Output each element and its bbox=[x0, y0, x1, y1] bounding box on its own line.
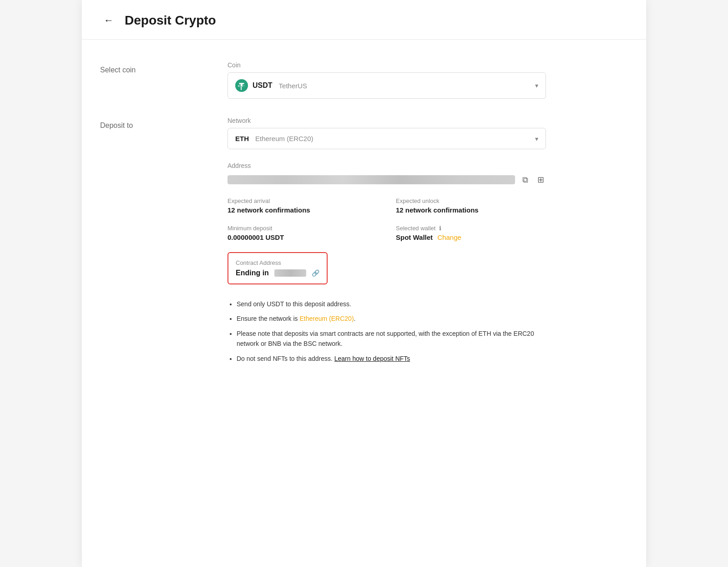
info-bullets: Send only USDT to this deposit address. … bbox=[228, 299, 546, 364]
copy-address-button[interactable]: ⧉ bbox=[521, 173, 530, 187]
select-coin-row: Select coin Coin USDT TetherUS ▾ bbox=[100, 61, 628, 99]
expected-arrival-value: 12 network confirmations bbox=[228, 206, 378, 214]
deposit-to-label: Deposit to bbox=[100, 117, 228, 130]
selected-wallet-value: Spot Wallet Change bbox=[396, 233, 546, 241]
info-grid: Expected arrival 12 network confirmation… bbox=[228, 197, 546, 241]
select-coin-content: Coin USDT TetherUS ▾ bbox=[228, 61, 546, 99]
coin-field-label: Coin bbox=[228, 61, 546, 69]
selected-wallet-label: Selected wallet ℹ bbox=[396, 225, 546, 232]
coin-chevron-icon: ▾ bbox=[535, 82, 538, 89]
qr-code-button[interactable]: ⊞ bbox=[536, 173, 546, 187]
contract-address-label: Contract Address bbox=[236, 259, 319, 266]
nft-deposit-link[interactable]: Learn how to deposit NFTs bbox=[334, 355, 410, 362]
select-coin-label: Select coin bbox=[100, 61, 228, 74]
network-highlight-link[interactable]: Ethereum (ERC20) bbox=[300, 315, 354, 322]
contract-link-icon[interactable]: 🔗 bbox=[312, 269, 319, 277]
network-select[interactable]: ETH Ethereum (ERC20) ▾ bbox=[228, 128, 546, 149]
main-content: Select coin Coin USDT TetherUS ▾ bbox=[82, 40, 646, 408]
expected-arrival-item: Expected arrival 12 network confirmation… bbox=[228, 197, 378, 214]
coin-fullname: TetherUS bbox=[279, 82, 308, 90]
address-field-label: Address bbox=[228, 162, 546, 169]
address-bar: ⧉ ⊞ bbox=[228, 173, 546, 187]
ending-in-text: Ending in bbox=[236, 269, 269, 277]
bullet-2: Ensure the network is Ethereum (ERC20). bbox=[237, 314, 546, 324]
coin-select-left: USDT TetherUS bbox=[235, 79, 307, 92]
coin-symbol: USDT bbox=[253, 81, 273, 90]
deposit-to-content: Network ETH Ethereum (ERC20) ▾ Address bbox=[228, 117, 546, 368]
page-header: ← Deposit Crypto bbox=[82, 0, 646, 40]
min-deposit-label: Minimum deposit bbox=[228, 225, 378, 232]
expected-arrival-label: Expected arrival bbox=[228, 197, 378, 204]
bullet-1: Send only USDT to this deposit address. bbox=[237, 299, 546, 309]
contract-value: Ending in 🔗 bbox=[236, 269, 319, 277]
usdt-icon bbox=[235, 79, 248, 92]
deposit-to-row: Deposit to Network ETH Ethereum (ERC20) … bbox=[100, 117, 628, 368]
network-field-label: Network bbox=[228, 117, 546, 124]
coin-select[interactable]: USDT TetherUS ▾ bbox=[228, 72, 546, 99]
change-wallet-link[interactable]: Change bbox=[437, 233, 461, 241]
network-chevron-icon: ▾ bbox=[535, 135, 538, 142]
expected-unlock-item: Expected unlock 12 network confirmations bbox=[396, 197, 546, 214]
contract-address-blur bbox=[274, 269, 306, 277]
expected-unlock-value: 12 network confirmations bbox=[396, 206, 546, 214]
back-button[interactable]: ← bbox=[100, 13, 117, 28]
expected-unlock-label: Expected unlock bbox=[396, 197, 546, 204]
network-select-left: ETH Ethereum (ERC20) bbox=[235, 135, 313, 142]
address-section: Address ⧉ ⊞ bbox=[228, 162, 546, 187]
min-deposit-value: 0.00000001 USDT bbox=[228, 233, 378, 241]
contract-address-box: Contract Address Ending in 🔗 bbox=[228, 252, 328, 284]
bullet-4: Do not send NFTs to this address. Learn … bbox=[237, 354, 546, 364]
page-title: Deposit Crypto bbox=[125, 13, 216, 28]
min-deposit-item: Minimum deposit 0.00000001 USDT bbox=[228, 225, 378, 241]
bullet-3: Please note that deposits via smart cont… bbox=[237, 329, 546, 349]
blurred-address bbox=[228, 175, 515, 184]
address-value bbox=[228, 175, 515, 184]
info-icon: ℹ bbox=[439, 225, 441, 232]
selected-wallet-item: Selected wallet ℹ Spot Wallet Change bbox=[396, 225, 546, 241]
network-short: ETH bbox=[235, 135, 249, 142]
network-full: Ethereum (ERC20) bbox=[255, 135, 313, 142]
